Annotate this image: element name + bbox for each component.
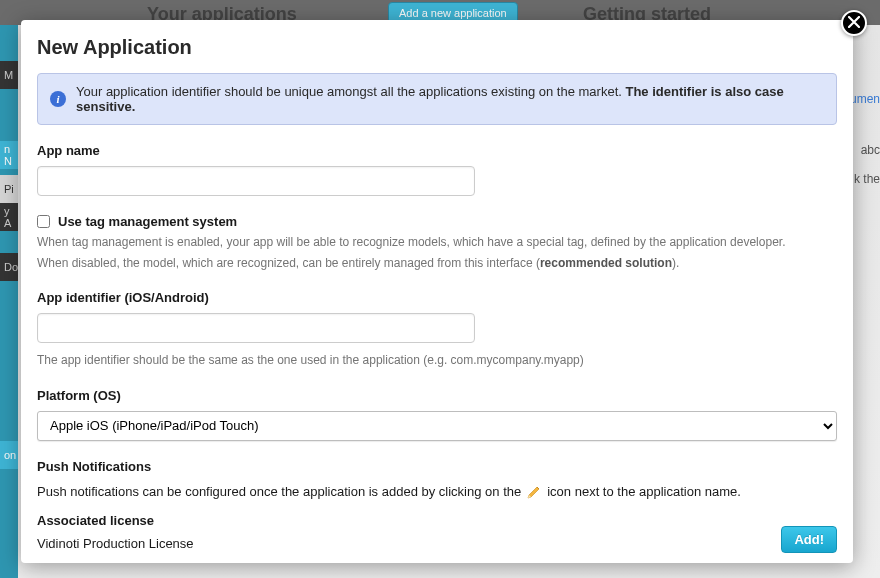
push-label: Push Notifications — [37, 459, 837, 474]
tag-help-2: When disabled, the model, which are reco… — [37, 254, 837, 273]
new-application-modal: New Application i Your application ident… — [21, 20, 853, 563]
close-button[interactable] — [841, 10, 867, 36]
modal-overlay: New Application i Your application ident… — [0, 0, 880, 578]
push-text-a: Push notifications can be configured onc… — [37, 482, 521, 502]
app-id-label: App identifier (iOS/Android) — [37, 290, 837, 305]
app-id-input[interactable] — [37, 313, 475, 343]
modal-title: New Application — [37, 36, 837, 59]
info-text-plain: Your application identifier should be un… — [76, 84, 625, 99]
info-text: Your application identifier should be un… — [76, 84, 824, 114]
platform-label: Platform (OS) — [37, 388, 837, 403]
app-name-input[interactable] — [37, 166, 475, 196]
tag-management-checkbox[interactable] — [37, 215, 50, 228]
push-text: Push notifications can be configured onc… — [37, 482, 837, 502]
license-value: Vidinoti Production License — [37, 536, 837, 551]
tag-management-label: Use tag management system — [58, 214, 237, 229]
tag-help-2-bold: recommended solution — [540, 256, 672, 270]
add-button[interactable]: Add! — [781, 526, 837, 553]
license-label: Associated license — [37, 513, 837, 528]
push-text-b: icon next to the application name. — [547, 482, 741, 502]
tag-help-2a: When disabled, the model, which are reco… — [37, 256, 540, 270]
app-name-label: App name — [37, 143, 837, 158]
info-icon: i — [50, 91, 66, 107]
tag-help-2b: ). — [672, 256, 679, 270]
info-banner: i Your application identifier should be … — [37, 73, 837, 125]
app-id-help: The app identifier should be the same as… — [37, 351, 837, 370]
close-icon — [848, 14, 860, 32]
pencil-icon — [526, 484, 542, 500]
platform-select[interactable]: Apple iOS (iPhone/iPad/iPod Touch) — [37, 411, 837, 441]
tag-help-1: When tag management is enabled, your app… — [37, 233, 837, 252]
